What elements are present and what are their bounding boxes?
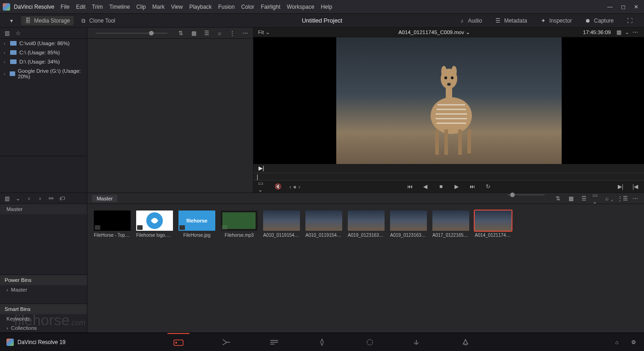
- clip-item[interactable]: A010_01191542_C…: [263, 211, 300, 238]
- clip-thumbnail: [348, 211, 385, 231]
- clip-item[interactable]: A019_01231639_C…: [390, 211, 427, 238]
- clip-item[interactable]: A019_01231637_C…: [348, 211, 385, 238]
- expand-button[interactable]: ⛶: [623, 16, 637, 25]
- page-deliver[interactable]: [454, 333, 477, 351]
- panel-layout-icon[interactable]: ▥: [3, 29, 11, 37]
- smart-bin-keywords[interactable]: Keywords: [0, 314, 87, 323]
- bin-breadcrumb[interactable]: Master: [92, 195, 117, 202]
- clip-item[interactable]: A017_01221659_C…: [432, 211, 469, 238]
- viewer-clip-name[interactable]: A014_01211745_C009.mov ⌄: [286, 29, 583, 35]
- mark-out-icon[interactable]: ▶|: [257, 164, 265, 172]
- project-manager-icon[interactable]: ⌂: [613, 338, 621, 346]
- bin-link-icon[interactable]: ⚯: [47, 194, 55, 203]
- menu-playback[interactable]: Playback: [189, 4, 212, 10]
- menu-fusion[interactable]: Fusion: [218, 4, 235, 10]
- viewer-tc-mode-icon[interactable]: ▦: [615, 28, 623, 36]
- drive-icon: [10, 50, 17, 55]
- favorite-icon[interactable]: ☆: [14, 29, 22, 37]
- go-to-in-icon[interactable]: ▶|: [616, 182, 625, 191]
- pool-list-icon[interactable]: ☰: [580, 194, 588, 203]
- storage-drive-item[interactable]: ›Google Drive (G:\) (Usage: 20%): [0, 66, 87, 81]
- menu-timeline[interactable]: Timeline: [109, 4, 130, 10]
- clone-tool-button[interactable]: ⧉ Clone Tool: [76, 16, 119, 25]
- list-view-icon[interactable]: ☰: [202, 29, 211, 37]
- storage-drive-item[interactable]: ›C:\vol0 (Usage: 86%): [0, 39, 87, 48]
- thumbnail-size-slider[interactable]: [91, 33, 172, 34]
- storage-drive-item[interactable]: ›D:\ (Usage: 34%): [0, 57, 87, 66]
- menu-help[interactable]: Help: [321, 4, 332, 10]
- pool-thumb-size-slider[interactable]: [503, 194, 549, 203]
- page-edit[interactable]: [263, 333, 285, 351]
- viewer-tc-dropdown-icon[interactable]: ⌄: [623, 28, 631, 36]
- layout-toggle-button[interactable]: ▾: [5, 16, 18, 25]
- pool-search-icon[interactable]: ⌕ ⌄: [605, 194, 614, 203]
- pool-strip-icon[interactable]: ▭ ⌄: [592, 194, 601, 203]
- stop-icon[interactable]: ■: [437, 182, 445, 191]
- page-media[interactable]: [167, 333, 190, 351]
- smart-bin-collections[interactable]: ›Collections: [0, 323, 87, 333]
- window-maximize-icon[interactable]: ◻: [621, 4, 626, 10]
- page-fusion[interactable]: [311, 333, 333, 351]
- menu-trim[interactable]: Trim: [92, 4, 103, 10]
- media-storage-button[interactable]: 🗄 Media Storage: [21, 16, 74, 25]
- page-color[interactable]: [359, 333, 381, 351]
- capture-icon: ⏺: [585, 18, 591, 24]
- power-bin-item[interactable]: ›Master: [0, 285, 87, 294]
- project-settings-icon[interactable]: ⚙: [629, 338, 638, 346]
- metadata-panel-button[interactable]: ☰Metadata: [491, 16, 531, 25]
- bin-dropdown-icon[interactable]: ⌄: [14, 194, 22, 203]
- viewer-timecode[interactable]: 17:45:36:09: [583, 29, 611, 35]
- menu-color[interactable]: Color: [241, 4, 254, 10]
- play-icon[interactable]: ▶: [453, 182, 461, 191]
- filter-icon[interactable]: ⋮: [228, 29, 236, 37]
- options-icon[interactable]: ⋯: [241, 29, 249, 37]
- pool-grid-icon[interactable]: ▦: [567, 194, 575, 203]
- pool-options-icon[interactable]: ⋯: [631, 194, 639, 203]
- prev-frame-icon[interactable]: ◀: [421, 182, 430, 191]
- clip-item[interactable]: FileHorse - Top 5 -…: [94, 211, 131, 238]
- menu-view[interactable]: View: [171, 4, 183, 10]
- home-button[interactable]: DaVinci Resolve 19: [0, 339, 72, 346]
- first-frame-icon[interactable]: ⏮: [406, 182, 414, 191]
- mute-icon[interactable]: 🔇: [274, 182, 282, 191]
- bin-nav-fwd-icon[interactable]: ›: [36, 194, 44, 203]
- page-cut[interactable]: [215, 333, 237, 351]
- clip-item[interactable]: A010_01191548_C…: [305, 211, 342, 238]
- bin-layout-icon[interactable]: ▥: [3, 194, 11, 203]
- audio-panel-button[interactable]: ♪Audio: [455, 16, 486, 25]
- clip-item[interactable]: Filehorse logo.png: [136, 211, 173, 238]
- storage-drive-item[interactable]: ›C:\ (Usage: 85%): [0, 48, 87, 57]
- window-minimize-icon[interactable]: —: [607, 4, 613, 10]
- jog-control[interactable]: ‹ ● ›: [289, 183, 300, 190]
- loop-icon[interactable]: ↻: [484, 182, 492, 191]
- active-bin[interactable]: Master: [0, 204, 87, 214]
- match-frame-icon[interactable]: ▭ ⌄: [258, 182, 266, 191]
- clip-item[interactable]: A014_01211745_C…: [475, 211, 512, 238]
- menu-clip[interactable]: Clip: [136, 4, 146, 10]
- bin-tag-icon[interactable]: 🏷: [58, 194, 66, 203]
- go-to-out-icon[interactable]: |◀: [631, 182, 639, 191]
- pool-sort-icon[interactable]: ⇅: [554, 194, 562, 203]
- menu-workspace[interactable]: Workspace: [287, 4, 315, 10]
- browser-body[interactable]: [87, 39, 253, 193]
- menu-file[interactable]: File: [61, 4, 69, 10]
- next-frame-icon[interactable]: ⏭: [468, 182, 477, 191]
- bin-nav-back-icon[interactable]: ‹: [25, 194, 33, 203]
- search-icon[interactable]: ⌕: [215, 29, 224, 37]
- page-fairlight[interactable]: [407, 333, 429, 351]
- clip-item[interactable]: filehorseFileHorse.jpg: [178, 211, 215, 238]
- viewer-options-icon[interactable]: ⋯: [631, 28, 639, 36]
- grid-view-icon[interactable]: ▦: [190, 29, 198, 37]
- inspector-panel-button[interactable]: ✦Inspector: [536, 16, 575, 25]
- viewer-scrubber[interactable]: [253, 173, 644, 181]
- menu-edit[interactable]: Edit: [76, 4, 86, 10]
- pool-filter-icon[interactable]: ⋮☰: [618, 194, 627, 203]
- capture-panel-button[interactable]: ⏺Capture: [581, 16, 617, 25]
- menu-mark[interactable]: Mark: [152, 4, 165, 10]
- window-close-icon[interactable]: ✕: [634, 4, 638, 10]
- sort-icon[interactable]: ⇅: [177, 29, 185, 37]
- menu-fairlight[interactable]: Fairlight: [261, 4, 281, 10]
- viewer-canvas[interactable]: [253, 37, 644, 164]
- clip-item[interactable]: Filehorse.mp3: [221, 211, 258, 238]
- zoom-fit-dropdown[interactable]: Fit ⌄: [258, 29, 286, 35]
